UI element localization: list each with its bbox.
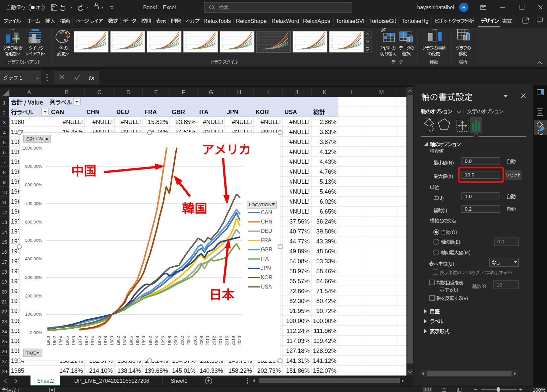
svg-text:23.65%: 23.65% [175, 119, 196, 125]
svg-text:10.0: 10.0 [465, 172, 474, 177]
svg-text:hayashidataihei: hayashidataihei [417, 5, 454, 10]
svg-text:B: B [65, 89, 69, 96]
svg-text:RelaxTools: RelaxTools [203, 18, 231, 24]
svg-text:400.00%: 400.00% [25, 256, 42, 261]
svg-text:4.12%: 4.12% [320, 149, 336, 155]
svg-text:6.65%: 6.65% [320, 208, 336, 215]
svg-text:43.39%: 43.39% [316, 238, 336, 245]
svg-text:14: 14 [2, 229, 7, 235]
svg-text:140.33%: 140.33% [200, 367, 223, 374]
svg-text:138.14%: 138.14% [117, 367, 141, 374]
svg-text:1985: 1985 [11, 367, 24, 374]
svg-text:10: 10 [497, 282, 502, 288]
svg-text:2020: 2020 [237, 336, 242, 346]
svg-text:JPN: JPN [227, 109, 238, 115]
svg-text:4: 4 [3, 130, 6, 135]
svg-text:DP_LIVE_27042021055127206: DP_LIVE_27042021055127206 [74, 378, 149, 384]
svg-text:2014: 2014 [218, 336, 223, 346]
svg-text:2.86%: 2.86% [320, 119, 336, 125]
svg-text:0.0: 0.0 [465, 158, 472, 164]
svg-text:100.00%: 100.00% [25, 312, 42, 317]
svg-text:GBR: GBR [261, 247, 273, 252]
svg-text:1984: 1984 [122, 336, 127, 346]
svg-text:24: 24 [2, 329, 7, 334]
svg-text:5.13%: 5.13% [320, 178, 336, 185]
svg-text:#NULL!: #NULL! [63, 119, 83, 125]
svg-text:1960: 1960 [11, 119, 24, 125]
svg-text:TortoiseGit: TortoiseGit [369, 18, 396, 24]
svg-text:37.56%: 37.56% [289, 218, 310, 225]
svg-text:2016: 2016 [224, 336, 229, 346]
svg-text:1998: 1998 [167, 336, 172, 346]
svg-text:CHN: CHN [261, 219, 273, 225]
svg-text:3: 3 [3, 120, 6, 125]
svg-text:GBR: GBR [172, 109, 185, 115]
svg-text:2: 2 [3, 110, 6, 115]
svg-text:3.87%: 3.87% [320, 139, 336, 145]
svg-text:91.95%: 91.95% [289, 308, 310, 314]
svg-text:202.73%: 202.73% [257, 367, 281, 374]
svg-text:C: C [97, 89, 101, 96]
svg-text:FRA: FRA [145, 109, 157, 115]
svg-text:#NULL!: #NULL! [289, 119, 310, 125]
svg-text:CHN: CHN [87, 109, 99, 115]
svg-text:I: I [267, 89, 269, 96]
svg-text:#NULL!: #NULL! [289, 129, 310, 135]
svg-text:100.00%: 100.00% [313, 318, 336, 324]
svg-text:#NULL!: #NULL! [289, 139, 310, 145]
svg-text:USA: USA [284, 109, 297, 115]
svg-text:2006: 2006 [193, 336, 198, 346]
svg-text:E: E [154, 89, 158, 96]
svg-text:17: 17 [2, 259, 7, 265]
svg-text:8: 8 [3, 169, 6, 175]
svg-text:2002: 2002 [180, 336, 185, 346]
svg-text:2004: 2004 [186, 336, 191, 346]
svg-text:53.33%: 53.33% [316, 258, 336, 265]
svg-text:L: L [350, 89, 353, 96]
svg-text:2012: 2012 [212, 336, 216, 346]
svg-text:54.08%: 54.08% [289, 258, 310, 265]
svg-text:58.97%: 58.97% [289, 268, 310, 275]
svg-text:KOR: KOR [256, 109, 269, 115]
svg-text:1962: 1962 [52, 336, 57, 346]
svg-text:71.54%: 71.54% [316, 288, 336, 294]
svg-text:1968: 1968 [71, 336, 76, 346]
svg-text:#NULL!: #NULL! [289, 178, 310, 185]
svg-text:DEU: DEU [116, 109, 129, 115]
svg-text:1.0: 1.0 [465, 193, 472, 199]
svg-text:FRA: FRA [261, 237, 272, 243]
svg-text:25: 25 [2, 339, 7, 344]
svg-text:USA: USA [261, 284, 272, 290]
svg-text:100%: 100% [533, 387, 545, 392]
svg-text:72.86%: 72.86% [289, 288, 310, 294]
svg-text:65.57%: 65.57% [289, 278, 310, 285]
svg-text:12: 12 [2, 209, 7, 215]
svg-text:0.2: 0.2 [465, 206, 472, 212]
svg-text:23: 23 [2, 319, 7, 324]
svg-text:TortoiseSVI: TortoiseSVI [336, 18, 365, 24]
svg-text:1966: 1966 [65, 336, 70, 346]
svg-text:900.00%: 900.00% [25, 164, 42, 169]
svg-text:1974: 1974 [90, 336, 95, 346]
svg-text:100.00%: 100.00% [286, 318, 310, 324]
svg-text:49.89%: 49.89% [289, 248, 310, 255]
svg-text:9: 9 [3, 179, 6, 185]
svg-text:DEU: DEU [261, 228, 272, 234]
svg-text:H: H [237, 89, 241, 96]
svg-text:112.24%: 112.24% [286, 328, 310, 334]
svg-text:1986: 1986 [129, 336, 134, 346]
svg-text:#NULL!: #NULL! [289, 168, 310, 175]
svg-text:15.82%: 15.82% [148, 119, 168, 125]
svg-text:214.10%: 214.10% [89, 367, 113, 374]
svg-text:82.30%: 82.30% [289, 298, 310, 304]
svg-text:500.00%: 500.00% [25, 238, 42, 243]
svg-text:2000: 2000 [173, 336, 178, 346]
svg-text:RelaxShape: RelaxShape [236, 18, 267, 24]
svg-text:18: 18 [2, 269, 7, 275]
svg-text:27: 27 [2, 359, 7, 364]
svg-text:141.12%: 141.12% [313, 358, 336, 364]
svg-text:5.46%: 5.46% [320, 188, 336, 195]
svg-text:111.96%: 111.96% [314, 328, 336, 334]
svg-text:1964: 1964 [58, 336, 63, 346]
svg-text:1996: 1996 [160, 336, 165, 346]
